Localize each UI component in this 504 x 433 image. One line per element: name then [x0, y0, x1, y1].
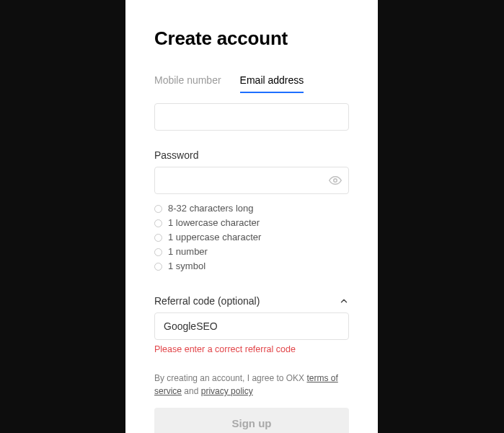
rule-text: 8-32 characters long [168, 201, 254, 216]
rule-text: 1 number [168, 245, 208, 259]
tab-mobile[interactable]: Mobile number [154, 74, 221, 93]
rule-item: 8-32 characters long [154, 201, 349, 216]
rule-status-icon [154, 219, 162, 227]
referral-input[interactable] [154, 312, 349, 340]
rule-status-icon [154, 263, 162, 271]
chevron-up-icon [339, 296, 349, 306]
signup-button[interactable]: Sign up [154, 408, 349, 433]
email-input[interactable] [154, 103, 349, 131]
rule-item: 1 symbol [154, 259, 349, 274]
referral-label: Referral code (optional) [154, 295, 260, 307]
referral-header[interactable]: Referral code (optional) [154, 295, 349, 307]
tabs: Mobile number Email address [154, 74, 349, 93]
rule-status-icon [154, 205, 162, 213]
rule-text: 1 symbol [168, 259, 205, 274]
rule-status-icon [154, 234, 162, 242]
signup-card: Create account Mobile number Email addre… [125, 0, 378, 433]
password-label: Password [154, 149, 349, 161]
referral-error: Please enter a correct referral code [154, 344, 349, 354]
consent-text: By creating an account, I agree to OKX t… [154, 372, 349, 398]
page-title: Create account [154, 27, 349, 50]
rule-text: 1 lowercase character [168, 216, 260, 230]
tab-email[interactable]: Email address [240, 74, 304, 93]
password-wrap [154, 167, 349, 194]
password-input[interactable] [154, 167, 349, 194]
rule-item: 1 lowercase character [154, 216, 349, 230]
password-rules: 8-32 characters long 1 lowercase charact… [154, 201, 349, 274]
eye-icon[interactable] [329, 174, 342, 187]
privacy-link[interactable]: privacy policy [201, 386, 253, 396]
rule-status-icon [154, 248, 162, 256]
rule-text: 1 uppercase character [168, 230, 261, 245]
svg-point-0 [334, 179, 337, 183]
rule-item: 1 number [154, 245, 349, 259]
rule-item: 1 uppercase character [154, 230, 349, 245]
